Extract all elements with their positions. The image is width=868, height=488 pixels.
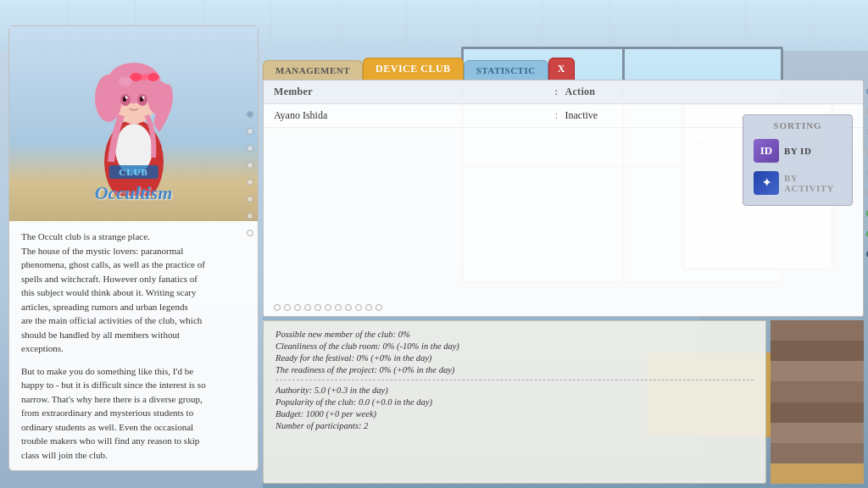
stat-festival: Ready for the festival: 0% (+0% in the d… (275, 353, 754, 363)
col-header-action: Action (565, 86, 840, 98)
stat-cleanliness: Cleanliness of the club room: 0% (-10% i… (275, 341, 754, 351)
scroll-dot (247, 162, 253, 169)
color-bar-4 (771, 381, 864, 402)
stat-new-member: Possible new member of the club: 0% (275, 330, 754, 339)
svg-point-12 (125, 97, 127, 99)
scroll-dot (247, 128, 253, 135)
sort-activity-icon: ✦ (754, 171, 779, 195)
tab-statistic[interactable]: Statisctic (464, 60, 548, 80)
sort-activity-label: By Activity (784, 173, 842, 193)
stat-divider (275, 380, 754, 380)
description-p1: The Occult club is a strange place. The … (21, 230, 246, 356)
stat-authority: Authority: 5.0 (+0.3 in the day) (275, 385, 754, 395)
scroll-dot (247, 111, 253, 118)
svg-point-14 (142, 74, 148, 80)
page-dot (284, 304, 291, 311)
left-panel: Club Occultism The Occult club is a stra… (8, 25, 259, 471)
sort-by-activity[interactable]: ✦ By Activity (748, 168, 847, 198)
table-header: Member : Action (264, 80, 863, 104)
sorting-title: Sorting (748, 120, 847, 130)
color-bar-3 (771, 361, 864, 381)
scroll-dot (247, 196, 253, 202)
stat-popularity: Popularity of the club: 0.0 (+0.0 in the… (275, 397, 754, 407)
scroll-dot (247, 179, 253, 186)
stat-project: The readiness of the project: 0% (+0% in… (275, 365, 754, 374)
sort-id-label: By ID (784, 146, 811, 156)
page-dot (314, 304, 321, 311)
color-bar-1 (771, 320, 864, 341)
page-dot (345, 304, 352, 311)
stat-budget: Budget: 1000 (+0 per week) (275, 409, 754, 419)
sort-id-icon: ID (754, 139, 779, 163)
page-dot (365, 304, 372, 311)
page-dot (274, 304, 281, 311)
club-description: The Occult club is a strange place. The … (9, 221, 258, 471)
page-dot (335, 304, 342, 311)
scroll-dot (247, 145, 253, 152)
color-bar-7 (771, 443, 864, 463)
right-panel: Management Device club Statisctic X Memb… (263, 51, 864, 484)
member-name: Ayano Ishida (274, 109, 548, 122)
sort-by-id[interactable]: ID By ID (748, 136, 847, 166)
row-sep: : (548, 109, 565, 122)
tab-close-button[interactable]: X (548, 58, 575, 80)
sorting-panel: Sorting ID By ID ✦ By Activity (743, 114, 853, 206)
tab-management[interactable]: Management (263, 60, 363, 80)
tab-bar: Management Device club Statisctic X (263, 51, 864, 80)
club-name: Occultism (95, 182, 173, 204)
tab-device-club[interactable]: Device club (363, 58, 464, 80)
content-area: Member : Action Ayano Ishida : Inactive (263, 80, 864, 317)
color-bar-5 (771, 402, 864, 423)
col-header-member: Member (274, 86, 548, 98)
scroll-dots (247, 111, 253, 236)
stat-participants: Number of participants: 2 (275, 421, 754, 430)
page-dot (325, 304, 331, 311)
scroll-dot (247, 230, 253, 236)
col-header-sep: : (548, 86, 565, 98)
pagination (274, 304, 382, 311)
description-p2: But to make you do something like this, … (21, 364, 246, 463)
page-dot (376, 304, 382, 311)
color-bar-2 (771, 341, 864, 361)
stats-panel: Possible new member of the club: 0% Clea… (263, 320, 766, 484)
page-dot (355, 304, 362, 311)
svg-point-13 (142, 97, 144, 99)
character-area: Club Occultism (9, 26, 258, 221)
color-bars (771, 320, 864, 484)
page-dot (294, 304, 301, 311)
club-badge: Club (108, 165, 159, 179)
page-dot (304, 304, 311, 311)
color-bar-8 (771, 463, 864, 484)
color-bar-6 (771, 423, 864, 443)
scroll-dot (247, 213, 253, 219)
